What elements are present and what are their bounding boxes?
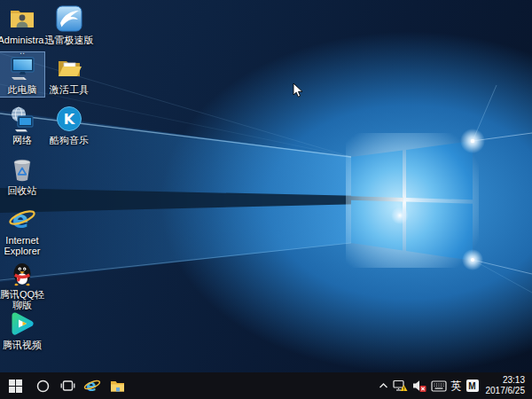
icon-label: 腾讯视频 [0,340,47,350]
desktop-icon-activation-tools[interactable]: 激活工具 [47,52,91,97]
svg-text:e: e [86,377,96,395]
windows-logo-icon [9,379,22,393]
desktop-icon-internet-explorer[interactable]: e Internet Explorer [0,203,44,258]
file-explorer-icon [110,379,125,393]
ime-mode-badge: M [466,379,479,392]
taskbar-internet-explorer[interactable]: e [80,372,105,399]
tray-clock[interactable]: 23:13 2017/6/25 [483,375,528,396]
taskbar-file-explorer[interactable] [105,372,129,399]
tray-volume-muted[interactable] [412,372,426,399]
tray-ime-language[interactable]: 英 [451,372,462,399]
speaker-muted-icon [412,379,426,392]
icon-label: 激活工具 [44,84,94,95]
user-folder-icon [8,4,36,33]
desktop-icon-recycle-bin[interactable]: 回收站 [0,153,44,198]
icon-label: 迅雷极速版 [44,35,94,45]
desktop-icon-tencent-qq[interactable]: 腾讯QQ轻聊版 [0,257,44,312]
clock-time: 23:13 [503,375,525,386]
internet-explorer-icon: e [83,377,101,395]
recycle-bin-icon [8,155,36,184]
qq-penguin-icon [8,259,36,287]
tray-network-status[interactable] [393,372,408,399]
internet-explorer-icon: e [8,205,36,233]
icon-label: Internet Explorer [0,235,47,256]
thunder-bird-icon [55,4,83,33]
task-view-button[interactable] [55,372,80,399]
network-warning-icon [393,379,408,393]
cortana-circle-icon [36,379,50,393]
desktop-icon-network[interactable]: 网络 [0,103,44,147]
svg-text:e: e [12,206,28,233]
clock-date: 2017/6/25 [486,386,526,396]
svg-text:K: K [64,111,75,128]
kugou-icon: K [55,105,83,133]
icon-label: 此电脑 [0,84,47,95]
start-button[interactable] [0,372,30,399]
task-view-icon [60,379,75,392]
desktop-icon-kugou-music[interactable]: K 酷狗音乐 [47,103,91,147]
icon-label: 酷狗音乐 [44,135,94,145]
tray-ime-mode[interactable]: M [466,372,479,399]
network-icon [8,105,36,133]
cortana-button[interactable] [30,372,55,399]
keyboard-icon [431,380,447,392]
windows-desktop: Administra... 迅雷极速版 此电脑 激活工具 [0,0,532,399]
mouse-cursor [293,82,303,98]
computer-icon [8,54,36,82]
open-folder-icon [55,54,83,82]
icon-label: 回收站 [0,185,47,196]
system-tray: 英 M 23:13 2017/6/25 [379,372,532,399]
desktop-icon-this-pc[interactable]: 此电脑 [0,52,44,97]
icon-label: 网络 [0,135,47,145]
desktop-icon-administrator[interactable]: Administra... [0,3,44,58]
desktop-icon-thunder-speed[interactable]: 迅雷极速版 [47,3,91,47]
tray-touch-keyboard[interactable] [431,372,447,399]
tencent-video-icon [8,309,36,338]
taskbar: e [0,372,532,399]
taskbar-left: e [0,372,129,399]
chevron-up-icon [379,381,388,390]
tray-show-hidden-icons[interactable] [379,372,388,399]
desktop-icon-tencent-video[interactable]: 腾讯视频 [0,308,44,352]
